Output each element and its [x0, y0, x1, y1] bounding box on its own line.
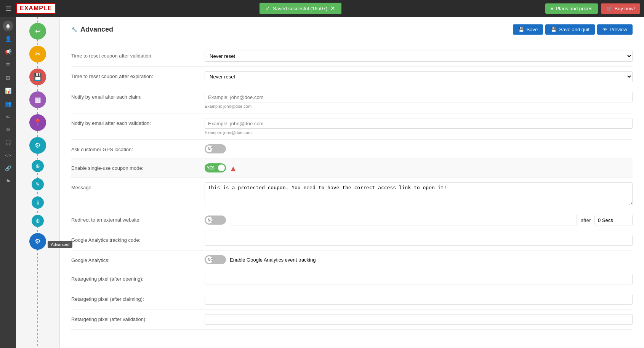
sidebar-link[interactable]: 🔗 — [3, 163, 13, 174]
plans-prices-button[interactable]: ≡ Plans and prices — [545, 3, 598, 14]
toggle-single-use-yes-label: YES — [207, 166, 215, 170]
control-notify-claim: Example: john@doe.com — [205, 92, 633, 109]
label-notify-validation: Notify by email after each validation: — [71, 118, 205, 126]
header-actions: 💾 Save 💾 Save and quit 👁 Preview — [513, 24, 633, 35]
cart-icon: 🛒 — [606, 6, 612, 11]
main-layout: ◉ 👤 📢 ≡ ⊞ 📊 👥 🏷 ⚙ 🎧 </> 🔗 ⚑ ↩ ✂ 💾 ▦ 📍 ⚙ … — [0, 17, 644, 348]
page-title-row: 🔧 Advanced — [71, 26, 113, 34]
row-single-use: Enable single-use coupon mode: YES ▲ — [71, 158, 633, 178]
step-item-advanced[interactable]: ⚙ — [29, 233, 46, 250]
control-retarget-validate — [205, 314, 633, 325]
sidebar-grid[interactable]: ⊞ — [3, 72, 13, 83]
sidebar-code[interactable]: </> — [3, 150, 13, 161]
row-notify-validation: Notify by email after each validation: E… — [71, 113, 633, 140]
step-sidebar: ↩ ✂ 💾 ▦ 📍 ⚙ ⊕ ✎ ℹ ⊕ ⚙ Advanced — [16, 17, 60, 348]
input-retarget-validate[interactable] — [205, 314, 633, 325]
step-item-1[interactable]: ↩ — [29, 23, 46, 40]
label-message: Message: — [71, 182, 205, 190]
step-item-7[interactable]: ⊕ — [32, 160, 44, 172]
step-item-10[interactable]: ⊕ — [32, 215, 44, 227]
step-item-9[interactable]: ℹ — [32, 196, 44, 209]
content-area: 🔧 Advanced 💾 Save 💾 Save and quit 👁 Prev… — [60, 17, 644, 348]
sidebar-megaphone[interactable]: 📢 — [3, 46, 13, 57]
secs-input[interactable] — [594, 215, 633, 225]
toggle-gps-slider: NO — [205, 144, 226, 153]
row-reset-expiration: Time to reset coupon after expiration: N… — [71, 67, 633, 87]
toggle-redirect[interactable]: NO — [205, 216, 226, 225]
step-item-2[interactable]: ✂ — [29, 46, 46, 62]
sidebar-headset[interactable]: 🎧 — [3, 137, 13, 148]
toggle-wrap-gps: NO — [205, 144, 633, 153]
input-notify-validation[interactable] — [205, 118, 633, 129]
label-redirect: Redirect to an external website: — [71, 215, 205, 223]
input-retarget-claim[interactable] — [205, 294, 633, 305]
toast-close[interactable]: ✕ — [330, 5, 335, 12]
step-item-5[interactable]: 📍 — [29, 114, 46, 131]
input-ga-code[interactable] — [205, 235, 633, 246]
step-item-3[interactable]: 💾 — [29, 69, 46, 85]
step-item-6[interactable]: ⚙ — [29, 137, 46, 154]
control-notify-validation: Example: john@doe.com — [205, 118, 633, 135]
save-icon: 💾 — [518, 27, 524, 32]
arrow-single-use: ▲ — [229, 164, 237, 174]
sidebar-flag[interactable]: ⚑ — [3, 176, 13, 187]
save-toast: ✓ Saved succesful (16u07) ✕ — [260, 3, 341, 14]
page-header: 🔧 Advanced 💾 Save 💾 Save and quit 👁 Prev… — [71, 24, 633, 38]
row-retarget-validate: Retargeting pixel (after validation): — [71, 310, 633, 330]
preview-icon: 👁 — [602, 27, 607, 32]
save-button[interactable]: 💾 Save — [513, 24, 543, 35]
toast-text: Saved succesful (16u07) — [273, 6, 327, 11]
label-retarget-open: Retargeting pixel (after opening): — [71, 274, 205, 282]
control-reset-validation: Never reset 1 hour 24 hours 1 week — [205, 51, 633, 62]
menu-icon[interactable]: ☰ — [4, 3, 13, 14]
sidebar-tag[interactable]: 🏷 — [3, 111, 13, 122]
sidebar-people[interactable]: 👥 — [3, 98, 13, 109]
toggle-single-use-slider: YES — [205, 163, 226, 172]
sidebar-list[interactable]: ≡ — [3, 59, 13, 70]
label-reset-validation: Time to reset coupon after validation: — [71, 51, 205, 59]
select-reset-validation[interactable]: Never reset 1 hour 24 hours 1 week — [205, 51, 633, 62]
sidebar-chart[interactable]: 📊 — [3, 85, 13, 96]
toggle-ga[interactable]: NO — [205, 255, 226, 264]
toggle-ga-no-label: NO — [208, 258, 213, 262]
step-item-4[interactable]: ▦ — [29, 91, 46, 108]
ga-event-tracking-label: Enable Google Analytics event tracking — [230, 257, 316, 263]
control-redirect: NO after — [205, 215, 633, 225]
label-retarget-validate: Retargeting pixel (after validation): — [71, 314, 205, 322]
row-retarget-claim: Retargeting pixel (after claiming): — [71, 289, 633, 310]
label-single-use: Enable single-use coupon mode: — [71, 163, 205, 171]
redirect-controls: NO after — [205, 215, 633, 225]
textarea-message[interactable]: This is a protected coupon. You need to … — [205, 182, 633, 205]
after-label: after — [581, 217, 591, 223]
label-notify-claim: Notify by email after each claim: — [71, 92, 205, 100]
input-notify-claim[interactable] — [205, 92, 633, 102]
row-message: Message: This is a protected coupon. You… — [71, 178, 633, 210]
save-quit-button[interactable]: 💾 Save and quit — [545, 24, 595, 35]
preview-button[interactable]: 👁 Preview — [597, 24, 633, 35]
page-title: Advanced — [80, 26, 113, 34]
row-retarget-open: Retargeting pixel (after opening): — [71, 269, 633, 289]
control-retarget-open — [205, 274, 633, 284]
control-ga-code — [205, 235, 633, 246]
sidebar-dashboard[interactable]: ◉ — [3, 21, 13, 31]
step-item-8[interactable]: ✎ — [32, 178, 44, 190]
plans-icon: ≡ — [551, 6, 554, 11]
control-single-use: YES ▲ — [205, 163, 633, 173]
buy-now-button[interactable]: 🛒 Buy now! — [601, 3, 640, 14]
select-reset-expiration[interactable]: Never reset 1 hour 24 hours 1 week — [205, 71, 633, 82]
sidebar-user[interactable]: 👤 — [3, 34, 13, 44]
label-ga-toggle: Google Analytics: — [71, 255, 205, 263]
sidebar-settings[interactable]: ⚙ — [3, 124, 13, 135]
save-quit-icon: 💾 — [551, 27, 557, 32]
hint-notify-validation: Example: john@doe.com — [205, 130, 633, 135]
input-retarget-open[interactable] — [205, 274, 633, 284]
check-icon: ✓ — [266, 6, 270, 11]
label-gps: Ask customer GPS location: — [71, 144, 205, 152]
toggle-single-use[interactable]: YES — [205, 163, 226, 172]
label-ga-code: Google Analytics tracking code: — [71, 235, 205, 243]
toggle-wrap-single-use: YES ▲ — [205, 163, 633, 173]
toggle-gps[interactable]: NO — [205, 144, 226, 153]
advanced-tooltip: Advanced — [48, 241, 72, 248]
redirect-url-input[interactable] — [230, 215, 577, 225]
label-reset-expiration: Time to reset coupon after expiration: — [71, 71, 205, 79]
